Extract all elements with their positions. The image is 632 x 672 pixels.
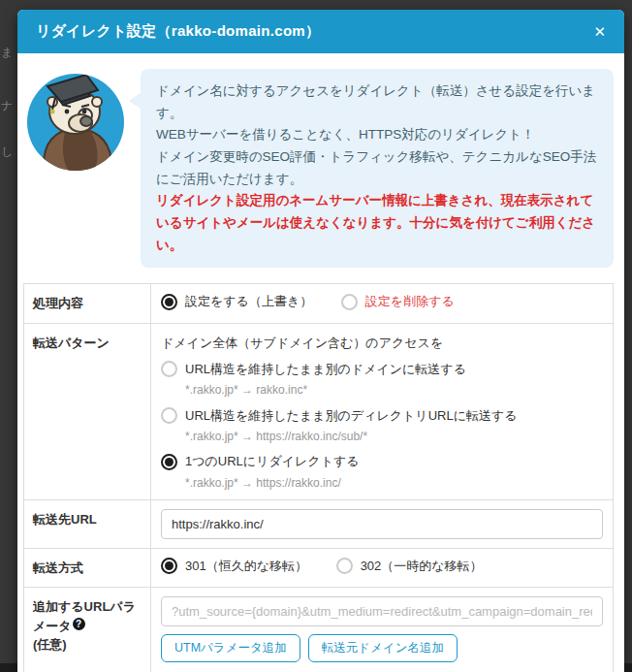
intro-speech-bubble: ドメイン名に対するアクセスをリダイレクト（転送）させる設定を行います。 WEBサ… — [141, 69, 614, 268]
radio-label: URL構造を維持したまま別のディレクトリURLに転送する — [185, 407, 518, 425]
add-utm-params-button[interactable]: UTMパラメータ追加 — [161, 634, 300, 662]
radio-option-directory-forward[interactable]: URL構造を維持したまま別のディレクトリURLに転送する — [161, 407, 518, 425]
dest-url-content — [151, 500, 613, 548]
radio-option-domain-forward[interactable]: URL構造を維持したまま別のドメインに転送する — [161, 361, 466, 378]
action-options: 設定をする（上書き） 設定を削除する — [151, 284, 613, 323]
radio-icon[interactable] — [161, 558, 177, 574]
otter-mascot-avatar — [26, 73, 125, 172]
radio-label: 設定をする（上書き） — [185, 293, 312, 310]
radio-label: 設定を削除する — [365, 293, 455, 310]
radio-option-302[interactable]: 302（一時的な移転） — [336, 558, 483, 575]
pattern-options: ドメイン全体（サブドメイン含む）のアクセスを URL構造を維持したまま別のドメイ… — [151, 324, 613, 499]
overlay-text-fragment: ナ — [1, 98, 13, 114]
pattern-heading: ドメイン全体（サブドメイン含む）のアクセスを — [161, 333, 603, 352]
overlay-text-fragment: ま — [1, 45, 13, 61]
method-label: 転送方式 — [24, 549, 151, 588]
close-icon[interactable]: ✕ — [593, 24, 606, 39]
form-row-dest-url: 転送先URL — [24, 499, 613, 548]
radio-icon[interactable] — [161, 361, 177, 377]
pattern-example: *.rakko.jp* → https://rakko.inc/sub/* — [185, 429, 603, 444]
redirect-settings-modal: リダイレクト設定（rakko-domain.com） ✕ — [17, 10, 624, 672]
param-buttons: UTMパラメータ追加 転送元ドメイン名追加 — [161, 634, 603, 662]
url-params-label: 追加するURLパラメータ? (任意) — [24, 588, 151, 672]
radio-icon[interactable] — [341, 294, 358, 310]
pattern-option-domain: URL構造を維持したまま別のドメインに転送する *.rakko.jp* → ra… — [161, 361, 603, 399]
radio-icon[interactable] — [161, 407, 177, 424]
pattern-example: *.rakko.jp* → https://rakko.inc/ — [185, 475, 603, 491]
url-params-optional-text: (任意) — [33, 635, 144, 655]
radio-label: 1つのURLにリダイレクトする — [185, 453, 360, 470]
radio-icon[interactable] — [336, 558, 353, 574]
form-row-pattern: 転送パターン ドメイン全体（サブドメイン含む）のアクセスを URL構造を維持した… — [24, 323, 613, 499]
radio-option-single-url-redirect[interactable]: 1つのURLにリダイレクトする — [161, 453, 360, 470]
radio-option-301[interactable]: 301（恒久的な移転） — [161, 558, 307, 575]
radio-icon[interactable] — [161, 294, 177, 310]
radio-label: 302（一時的な移転） — [361, 558, 483, 575]
radio-label: URL構造を維持したまま別のドメインに転送する — [185, 361, 466, 378]
radio-option-delete[interactable]: 設定を削除する — [341, 293, 455, 310]
modal-body: ドメイン名に対するアクセスをリダイレクト（転送）させる設定を行います。 WEBサ… — [17, 53, 624, 672]
pattern-option-directory: URL構造を維持したまま別のディレクトリURLに転送する *.rakko.jp*… — [161, 407, 603, 445]
url-params-input[interactable] — [161, 596, 603, 626]
overlay-text-fragment: し — [1, 144, 13, 160]
method-options: 301（恒久的な移転） 302（一時的な移転） — [151, 549, 613, 588]
action-label: 処理内容 — [24, 284, 151, 323]
form-row-url-params: 追加するURLパラメータ? (任意) UTMパラメータ追加 転送元ドメイン名追加… — [24, 587, 613, 672]
modal-header: リダイレクト設定（rakko-domain.com） ✕ — [17, 10, 624, 53]
pattern-option-single-url: 1つのURLにリダイレクトする *.rakko.jp* → https://ra… — [161, 453, 603, 491]
dest-url-label: 転送先URL — [24, 500, 151, 548]
radio-label: 301（恒久的な移転） — [185, 558, 307, 575]
redirect-form: 処理内容 設定をする（上書き） 設定を削除する 転送パターン ドメイン全体（サ — [23, 283, 614, 672]
intro-section: ドメイン名に対するアクセスをリダイレクト（転送）させる設定を行います。 WEBサ… — [23, 69, 614, 268]
intro-line: WEBサーバーを借りることなく、HTTPS対応のリダイレクト！ — [156, 124, 598, 146]
url-params-label-text: 追加するURLパラメータ — [33, 599, 136, 633]
form-row-action: 処理内容 設定をする（上書き） 設定を削除する — [24, 284, 613, 323]
form-row-method: 転送方式 301（恒久的な移転） 302（一時的な移転） — [24, 548, 613, 588]
intro-warning-text: リダイレクト設定用のネームサーバー情報に上書きされ、現在表示されているサイトやメ… — [156, 190, 598, 256]
help-icon[interactable]: ? — [73, 618, 85, 630]
pattern-example: *.rakko.jp* → rakko.inc* — [185, 382, 603, 398]
url-params-content: UTMパラメータ追加 転送元ドメイン名追加 {domain}には転送元ドメイン名… — [151, 588, 613, 672]
pattern-label: 転送パターン — [24, 324, 151, 499]
intro-line: ドメイン変更時のSEO評価・トラフィック移転や、テクニカルなSEO手法にご活用い… — [156, 146, 598, 190]
add-source-domain-button[interactable]: 転送元ドメイン名追加 — [308, 634, 458, 662]
modal-title: リダイレクト設定（rakko-domain.com） — [36, 22, 593, 41]
radio-option-overwrite[interactable]: 設定をする（上書き） — [161, 293, 312, 310]
intro-line: ドメイン名に対するアクセスをリダイレクト（転送）させる設定を行います。 — [156, 80, 598, 124]
radio-icon[interactable] — [161, 454, 177, 470]
dest-url-input[interactable] — [161, 509, 603, 539]
